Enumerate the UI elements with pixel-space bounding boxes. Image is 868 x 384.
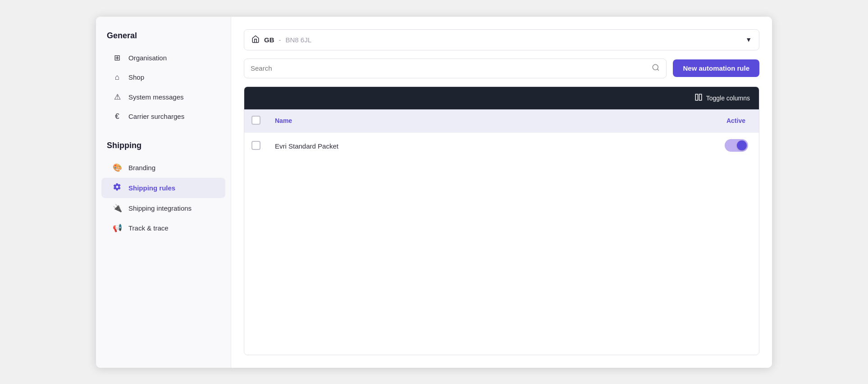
sidebar: General ⊞ Organisation ⌂ Shop ⚠ System m… (96, 17, 231, 368)
rules-table: Name Active Evri Standard Packet (244, 109, 759, 159)
shipping-section-title: Shipping (96, 137, 231, 158)
sidebar-item-label: Shipping rules (128, 184, 175, 192)
location-bar[interactable]: GB - BN8 6JL ▼ (244, 29, 759, 50)
general-section-title: General (96, 31, 231, 48)
table-header-row: Name Active (244, 109, 759, 133)
sidebar-item-label: Track & trace (128, 224, 169, 232)
euro-icon: € (112, 112, 122, 121)
sidebar-item-branding[interactable]: 🎨 Branding (101, 158, 225, 177)
shop-icon: ⌂ (112, 73, 122, 82)
chevron-down-icon: ▼ (745, 36, 752, 43)
col-header-active[interactable]: Active (588, 109, 759, 133)
table-container: Toggle columns Name Active (244, 86, 759, 355)
alert-icon: ⚠ (112, 92, 122, 102)
svg-rect-2 (695, 94, 698, 100)
active-toggle[interactable] (725, 139, 748, 152)
sidebar-item-label: System messages (128, 93, 184, 101)
location-postcode: BN8 6JL (286, 36, 312, 44)
palette-icon: 🎨 (112, 163, 122, 172)
col-header-checkbox (244, 109, 268, 133)
plug-icon: 🔌 (112, 203, 122, 213)
table-header-bar: Toggle columns (244, 87, 759, 109)
row-checkbox[interactable] (251, 141, 260, 150)
row-active-cell (588, 132, 759, 159)
row-name-cell: Evri Standard Packet (268, 132, 588, 159)
sidebar-item-system-messages[interactable]: ⚠ System messages (101, 87, 225, 107)
sidebar-item-carrier-surcharges[interactable]: € Carrier surcharges (101, 107, 225, 126)
new-automation-button[interactable]: New automation rule (673, 59, 759, 77)
sidebar-divider (96, 126, 231, 137)
cog-icon (112, 183, 122, 193)
svg-point-0 (653, 64, 658, 70)
sidebar-item-shop[interactable]: ⌂ Shop (101, 68, 225, 87)
row-checkbox-cell (244, 132, 268, 159)
toggle-columns-label: Toggle columns (706, 95, 750, 102)
grid-icon: ⊞ (112, 53, 122, 63)
toggle-columns-button[interactable]: Toggle columns (694, 93, 750, 103)
table-row: Evri Standard Packet (244, 132, 759, 159)
svg-rect-3 (699, 94, 701, 100)
svg-line-1 (658, 69, 659, 70)
col-header-name[interactable]: Name (268, 109, 588, 133)
megaphone-icon: 📢 (112, 223, 122, 233)
sidebar-item-shipping-rules[interactable]: Shipping rules (101, 178, 225, 198)
toggle-thumb (737, 140, 747, 150)
toggle-track (725, 139, 748, 152)
location-country: GB (264, 36, 274, 44)
main-content: GB - BN8 6JL ▼ New automation rule (231, 17, 772, 368)
search-input[interactable] (251, 64, 648, 72)
sidebar-item-label: Carrier surcharges (128, 113, 184, 120)
search-box[interactable] (244, 59, 667, 78)
sidebar-item-label: Organisation (128, 54, 167, 62)
sidebar-item-label: Shipping integrations (128, 204, 192, 212)
sidebar-item-shipping-integrations[interactable]: 🔌 Shipping integrations (101, 199, 225, 218)
app-window: General ⊞ Organisation ⌂ Shop ⚠ System m… (96, 17, 772, 368)
location-display: GB - BN8 6JL (251, 35, 311, 45)
sidebar-item-label: Shop (128, 73, 144, 81)
sidebar-item-label: Branding (128, 164, 155, 172)
home-icon (251, 35, 260, 45)
search-row: New automation rule (244, 59, 759, 78)
columns-icon (694, 93, 703, 103)
search-icon (652, 63, 660, 73)
select-all-checkbox[interactable] (251, 116, 260, 125)
sidebar-item-track-trace[interactable]: 📢 Track & trace (101, 218, 225, 238)
sidebar-item-organisation[interactable]: ⊞ Organisation (101, 48, 225, 68)
